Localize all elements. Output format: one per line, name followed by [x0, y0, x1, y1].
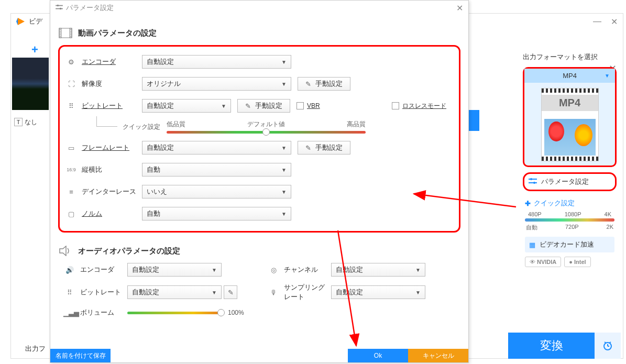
svg-line-28 [414, 194, 516, 207]
svg-line-29 [338, 230, 356, 346]
annotation-arrows [0, 0, 626, 364]
